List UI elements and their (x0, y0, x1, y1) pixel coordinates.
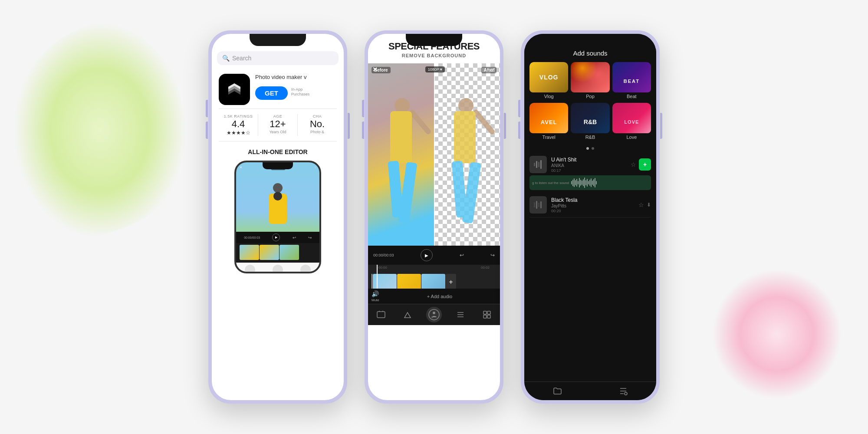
favorite-icon-2[interactable]: ☆ (638, 201, 644, 208)
sound-actions-2: ☆ ⬇ (638, 201, 651, 208)
pop-label: Pop (571, 94, 609, 99)
dancer-before-wrapper (372, 76, 434, 246)
play-button-p2[interactable]: ▶ (421, 249, 433, 261)
phone-1-notch (250, 34, 306, 46)
nav-icon-4[interactable] (453, 307, 468, 322)
phone3-side-btn-left2 (518, 122, 520, 139)
nav-icon-2[interactable] (400, 307, 415, 322)
phone3-side-btn-left1 (518, 100, 520, 117)
rnb-label: R&B (571, 135, 609, 140)
phone3-bottom-nav (524, 381, 656, 400)
category-beat[interactable]: BEAT Beat (612, 62, 651, 100)
playhead (377, 265, 378, 289)
timeline-labels: 00:00 00:02 (368, 265, 500, 270)
inner-export-btn: ↑ (315, 166, 316, 170)
in-app-purchases-text: In-AppPurchases (291, 87, 310, 97)
phone-3-notch (562, 34, 618, 46)
add-audio-btn[interactable]: + Add audio (383, 294, 496, 299)
chart-sub: Photo & (298, 130, 337, 134)
svg-rect-9 (534, 163, 535, 166)
beat-text: BEAT (624, 79, 640, 84)
category-pop[interactable]: Pop (571, 62, 609, 100)
beat-thumbnail: BEAT (612, 62, 651, 92)
phone-2: SPECIAL FEATURES REMOVE BACKGROUND (365, 30, 503, 404)
phone2-bottom-nav (368, 304, 500, 325)
p3-nav-list[interactable] (618, 386, 628, 396)
clip-1 (240, 245, 259, 260)
svg-rect-10 (536, 161, 537, 168)
bottom-icon-2 (273, 265, 283, 273)
export-icon-p2: ↑ (493, 66, 496, 73)
phone3-content: Add sounds VLOG Vlog (524, 34, 656, 378)
stars-display: ★★★★☆ (219, 130, 258, 136)
mute-button[interactable]: 🔊 Mute (372, 290, 379, 302)
sound-categories-grid: VLOG Vlog Pop (524, 62, 656, 145)
p3-nav-folder[interactable] (552, 386, 562, 396)
bottom-icon-3 (300, 265, 311, 273)
nav-icon-1[interactable] (373, 307, 389, 322)
add-song-btn-1[interactable]: + (639, 158, 651, 171)
song-duration-1: 00:17 (551, 168, 626, 173)
rnb-thumbnail: R&B (571, 103, 609, 133)
rnb-text: R&B (584, 118, 597, 125)
nav-icon-5[interactable] (479, 307, 495, 322)
dancer-arm-up (408, 108, 432, 135)
phone2-side-btn-right (504, 113, 506, 139)
svg-rect-11 (538, 162, 539, 167)
app-store-search-bar[interactable]: 🔍 Search (217, 51, 339, 65)
undo-icon-p2: ↩ (460, 252, 464, 258)
nav-svg-5 (482, 310, 492, 319)
audio-row: 🔊 Mute + Add audio (368, 289, 500, 304)
sound-thumb-1 (529, 156, 547, 173)
age-sub: Years Old (258, 130, 297, 134)
close-icon-p2: ✕ (372, 66, 378, 73)
inner-play-btn: ▶ (272, 233, 280, 241)
category-love[interactable]: LOVE Love (612, 103, 651, 141)
category-vlog[interactable]: VLOG Vlog (529, 62, 568, 100)
svg-rect-5 (483, 311, 487, 314)
phone2-toolbar: ✕ 1080P ▾ ↑ (368, 63, 500, 76)
download-icon-2[interactable]: ⬇ (647, 202, 651, 208)
pop-img-inner (571, 62, 609, 92)
phones-container: 🔍 Search (208, 30, 660, 404)
bottom-icon-1 (245, 265, 255, 273)
bg-blob-pink (712, 269, 842, 399)
sound-actions-1: ☆ + (631, 158, 651, 171)
nav-icon-3-active[interactable] (426, 307, 442, 322)
svg-rect-6 (487, 311, 490, 314)
favorite-icon-1[interactable]: ☆ (631, 161, 636, 168)
nav-svg-3 (428, 309, 440, 321)
search-placeholder-text: Search (232, 55, 251, 62)
category-travel[interactable]: AVEL Travel (529, 103, 568, 141)
phone2-timeline: 00:00 00:02 + (368, 265, 500, 289)
phone2-side-btn-left2 (362, 122, 364, 139)
time-display-p2: 00:00/00:03 (373, 253, 394, 257)
vlog-label: Vlog (529, 94, 568, 99)
travel-label: Travel (529, 135, 568, 140)
nav-svg-1 (376, 310, 386, 319)
phone-2-notch (406, 34, 462, 46)
add-clip-btn[interactable]: + (446, 274, 456, 289)
dancer-after-body (454, 111, 476, 163)
svg-point-4 (431, 316, 433, 318)
timeline-frame-2 (397, 274, 421, 289)
before-side: Before (368, 63, 434, 246)
pagination-dots (524, 145, 656, 152)
listen-text: g to listen out the sound (532, 181, 569, 185)
speaker-icon: 🔊 (372, 290, 379, 297)
app-info-block: Photo video maker v GET In-AppPurchases (255, 74, 337, 100)
category-rnb[interactable]: R&B R&B (571, 103, 609, 141)
side-button-left1 (206, 100, 208, 117)
app-icon (219, 74, 250, 105)
side-button-right (348, 113, 350, 139)
song-title-2: Black Tesla (551, 197, 634, 203)
age-label: AGE (258, 114, 297, 118)
inner-time: 00:00/00:03 (244, 236, 260, 239)
timeline-frame-3 (421, 274, 445, 289)
inner-phone-screenshot: ✕ 1080P ▾ ↑ 00:00/00:03 ▶ ↩ ↪ (234, 161, 321, 273)
get-button[interactable]: GET (255, 86, 288, 100)
clip-2 (260, 245, 279, 260)
redo-icon-p2: ↪ (490, 252, 495, 258)
time-0002: 00:02 (481, 266, 490, 270)
sound-info-2: Black Tesla JayPitts 00:20 (551, 197, 634, 213)
